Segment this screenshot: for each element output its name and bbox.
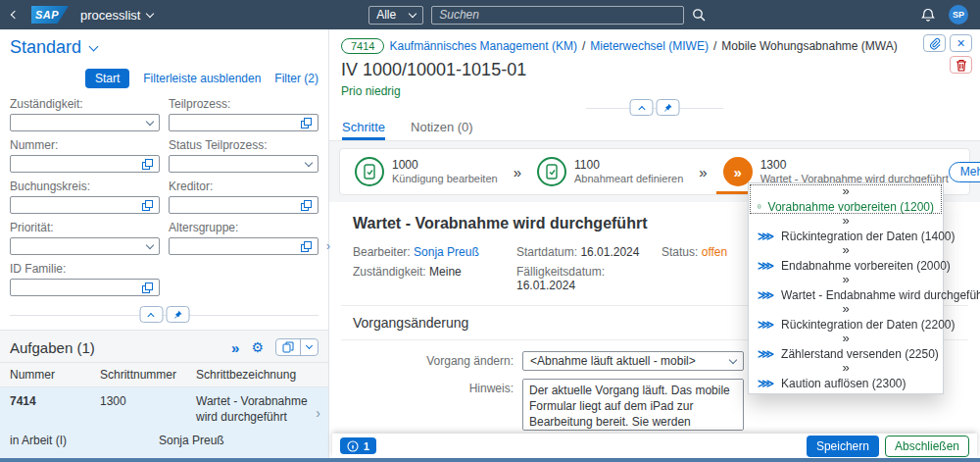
pin-header-button[interactable] <box>657 99 680 116</box>
avatar[interactable]: SP <box>949 5 968 25</box>
back-button[interactable] <box>12 12 18 18</box>
buchungskreis-input[interactable] <box>10 196 160 214</box>
triple-chevron-icon: ⋙ <box>758 348 774 360</box>
flow-connector-icon: » <box>749 362 943 375</box>
zustaendigkeit-select[interactable] <box>10 114 160 131</box>
tab-notizen[interactable]: Notizen (0) <box>411 120 473 140</box>
fact-faelligkeitsdatum: Fälligkeitsdatum: 16.01.2024 <box>516 265 662 292</box>
tasks-header: Aufgaben (1) » ⚙ <box>0 331 328 362</box>
bearbeiter-link[interactable]: Sonja Preuß <box>414 245 479 259</box>
nummer-input[interactable] <box>10 155 160 173</box>
variant-selector[interactable]: Standard <box>10 37 318 58</box>
value-help-icon <box>142 159 153 170</box>
field-label: Kreditor: <box>169 180 318 193</box>
table-settings-button[interactable]: ⚙ <box>251 340 264 354</box>
process-step-1100[interactable]: 1100Abnahmeart definieren <box>537 149 683 194</box>
process-flow-view-button[interactable]: » <box>231 340 239 355</box>
tab-schritte[interactable]: Schritte <box>342 120 385 140</box>
prioritaet-select[interactable] <box>10 237 160 255</box>
filter-field-nummer: Nummer: <box>10 131 160 173</box>
menu-item-label: Zählerstand versenden (2250) <box>781 347 939 361</box>
breadcrumb-link-miwe[interactable]: Mieterwechsel (MIWE) <box>590 39 709 53</box>
vorgang-aendern-value: <Abnahme läuft aktuell - mobil> <box>530 354 730 368</box>
step-done-icon <box>355 157 384 186</box>
breadcrumb-link-km[interactable]: Kaufmännisches Management (KM) <box>389 39 576 53</box>
fact-zustaendigkeit: Zuständigkeit: Meine <box>353 265 516 292</box>
tasks-table-header: Nummer Schrittnummer Schrittbezeichnung <box>0 362 328 387</box>
export-copy-icon <box>282 341 294 353</box>
messages-button[interactable]: 1 <box>340 437 376 454</box>
hide-filterbar-link[interactable]: Filterleiste ausblenden <box>143 72 261 85</box>
task-bearbeiter: Sonja Preuß <box>159 434 318 447</box>
close-icon: × <box>956 36 964 50</box>
task-status: in Arbeit (I) <box>10 434 159 447</box>
more-steps-menu: » Vorabnahme vorbereiten (1200) » ⋙ Rück… <box>748 182 944 394</box>
delete-button[interactable] <box>950 56 972 74</box>
shellbar: SAP processlist Alle SP <box>0 0 980 29</box>
chevron-down-icon <box>305 158 313 166</box>
notifications-button[interactable] <box>921 8 935 23</box>
id-familie-input[interactable] <box>10 279 160 296</box>
filter-field-buchungskreis: Buchungskreis: <box>10 173 160 214</box>
kreditor-input[interactable] <box>169 196 318 214</box>
tasks-title: Aufgaben (1) <box>10 339 95 356</box>
export-split-button <box>275 338 318 356</box>
menu-item-label: Vorabnahme vorbereiten (1200) <box>768 200 934 214</box>
hinweis-textarea[interactable]: Der aktuelle Vorgang läuft. Das mobile F… <box>522 379 744 431</box>
filters-link[interactable]: Filter (2) <box>274 72 318 85</box>
status-teilprozess-select[interactable] <box>169 155 318 173</box>
app-title-menu[interactable]: processlist <box>80 8 153 23</box>
filter-field-id-familie: ID Familie: <box>10 255 160 296</box>
task-row[interactable]: 7414 1300 Wartet - Vorabnahme wird durch… <box>0 387 328 462</box>
device-check-icon <box>545 164 559 180</box>
menu-item-kaution-aufloesen[interactable]: ⋙ Kaution auflösen (2300) <box>749 375 943 391</box>
export-menu-button[interactable] <box>300 339 318 355</box>
more-button-label: Mehr <box>960 165 980 179</box>
chevron-up-icon <box>147 312 154 319</box>
status-value: offen <box>702 245 727 259</box>
search-scope-select[interactable]: Alle <box>368 6 423 25</box>
close-button[interactable]: × <box>950 34 972 52</box>
process-number-badge: 7414 <box>341 38 384 54</box>
more-button[interactable]: Mehr <box>949 162 980 182</box>
paperclip-icon <box>928 37 941 50</box>
step-done-icon <box>537 157 566 186</box>
hinweis-label: Hinweis: <box>353 379 514 431</box>
process-step-1000[interactable]: 1000Kündigung bearbeiten <box>355 149 498 194</box>
field-label: Teilprozess: <box>169 97 318 111</box>
field-label: Status Teilprozess: <box>169 138 318 152</box>
search-button[interactable] <box>692 8 706 22</box>
footer-toolbar: 1 Speichern Abschließen <box>332 434 977 458</box>
export-button[interactable] <box>276 339 300 355</box>
pin-icon <box>172 310 182 320</box>
step-number: 1000 <box>392 158 418 172</box>
field-label: Priorität: <box>10 221 160 234</box>
breadcrumb: 7414 Kaufmännisches Management (KM) / Mi… <box>341 38 968 54</box>
sap-processlist-app: SAP processlist Alle SP <box>0 0 980 462</box>
fact-startdatum: Startdatum: 16.01.2024 <box>516 245 662 259</box>
collapse-header-button[interactable] <box>630 99 654 116</box>
triple-chevron-icon: ⋙ <box>758 231 774 242</box>
pin-header-button[interactable] <box>166 306 189 323</box>
save-button[interactable]: Speichern <box>807 436 879 457</box>
col-schrittbezeichnung: Schrittbezeichnung <box>196 368 318 382</box>
shell-right-group: SP <box>921 5 968 25</box>
altersgruppe-input[interactable] <box>169 237 318 255</box>
filter-toolbar: Start Filterleiste ausblenden Filter (2) <box>10 69 318 88</box>
flow-connector-icon: » <box>749 274 943 286</box>
task-schrittnummer: 1300 <box>100 394 196 425</box>
chevron-down-icon <box>306 342 313 349</box>
complete-button[interactable]: Abschließen <box>885 436 969 457</box>
triple-chevron-icon: ⋙ <box>758 260 774 272</box>
search-input[interactable] <box>431 6 684 25</box>
pin-icon <box>663 103 673 113</box>
collapse-header-button[interactable] <box>139 306 163 323</box>
gear-icon: ⚙ <box>251 340 264 354</box>
panel-splitter-grip[interactable]: › <box>323 235 333 257</box>
vorgang-aendern-select[interactable]: <Abnahme läuft aktuell - mobil> <box>522 351 744 371</box>
attachment-button[interactable] <box>923 34 946 52</box>
breadcrumb-separator: / <box>713 39 716 53</box>
teilprozess-input[interactable] <box>169 114 318 131</box>
value-help-icon <box>142 282 153 293</box>
go-button[interactable]: Start <box>85 69 129 88</box>
